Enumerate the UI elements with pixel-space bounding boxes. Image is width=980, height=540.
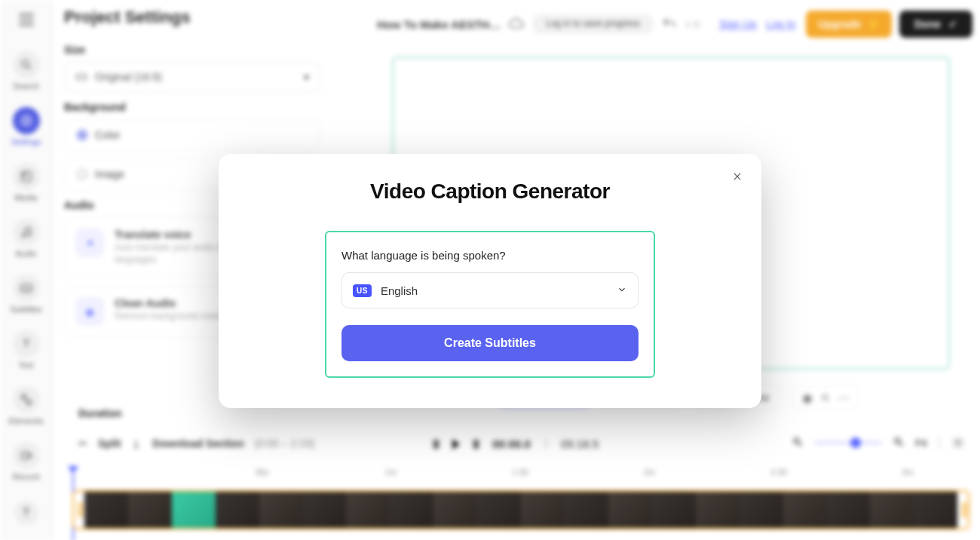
chevron-down-icon — [617, 284, 627, 297]
caption-modal: Video Caption Generator What language is… — [219, 154, 761, 408]
flag-icon: US — [353, 284, 372, 297]
modal-title: Video Caption Generator — [246, 179, 734, 204]
create-label: Create Subtitles — [444, 336, 536, 350]
modal-question: What language is being spoken? — [341, 249, 639, 262]
modal-body: What language is being spoken? US Englis… — [325, 231, 655, 378]
language-value: English — [381, 284, 418, 297]
language-select[interactable]: US English — [341, 272, 639, 308]
create-subtitles-button[interactable]: Create Subtitles — [341, 325, 639, 361]
close-button[interactable] — [730, 169, 745, 184]
